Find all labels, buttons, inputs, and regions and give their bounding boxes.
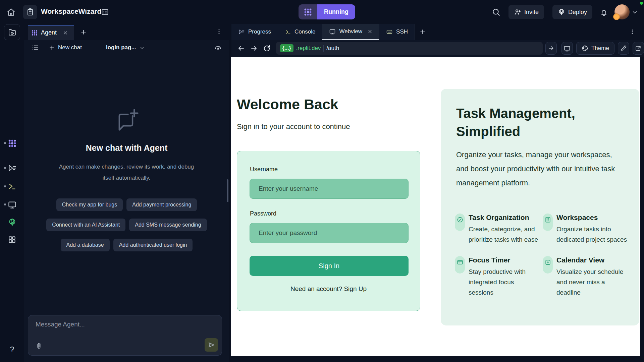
- feature-title: Calendar View: [556, 256, 628, 264]
- tab-console[interactable]: Console: [278, 24, 322, 40]
- feature-description: Stay productive with integrated focus se…: [469, 266, 540, 298]
- webview-tab-label: Webview: [339, 28, 362, 35]
- rail-all-tools-button[interactable]: [7, 235, 17, 244]
- arrow-left-icon: [237, 44, 245, 52]
- webview-content: Welcome Back Sign in to your account to …: [231, 57, 640, 356]
- pane-new-tab-button[interactable]: [415, 24, 430, 40]
- empty-state-title: New chat with Agent: [24, 143, 229, 153]
- top-bar: WorkspaceWizard Running Invite Deploy: [0, 0, 644, 24]
- console-tab-label: Console: [294, 28, 315, 35]
- settings-wrench-button[interactable]: [618, 42, 629, 55]
- url-go-button[interactable]: [545, 42, 557, 55]
- browser-back-button[interactable]: [236, 43, 246, 54]
- person-plus-icon: [514, 8, 521, 16]
- deployments-globe-icon: [8, 218, 17, 227]
- rail-console-button[interactable]: [7, 182, 17, 191]
- feature-focus-timer: Focus Timer Stay productive with integra…: [455, 256, 543, 298]
- send-icon: [208, 341, 215, 349]
- password-label: Password: [250, 210, 276, 217]
- tab-ssh[interactable]: SSH: [379, 24, 415, 40]
- sign-in-button[interactable]: Sign In: [250, 256, 409, 276]
- grid-icon: [8, 235, 16, 244]
- rail-progress-button[interactable]: [7, 163, 17, 173]
- promo-title: Task Management, Simplified: [456, 104, 575, 140]
- url-input[interactable]: {...} .replit.dev /auth: [276, 42, 543, 55]
- avatar[interactable]: [614, 4, 630, 19]
- plus-square-icon: [543, 256, 553, 274]
- chevron-down-icon: [140, 45, 145, 50]
- account-chevron-down-icon[interactable]: [632, 9, 638, 15]
- theme-button[interactable]: Theme: [576, 42, 614, 55]
- suggestion-chip[interactable]: Add a database: [61, 239, 110, 251]
- progress-tab-label: Progress: [248, 28, 271, 35]
- rail-agent-button[interactable]: [7, 138, 17, 148]
- tab-webview[interactable]: Webview: [322, 24, 379, 40]
- plus-icon: [49, 45, 55, 51]
- console-icon: [8, 182, 16, 191]
- open-in-new-tab-button[interactable]: [633, 42, 644, 55]
- rail-webview-button[interactable]: [7, 200, 17, 209]
- devtools-button[interactable]: [561, 42, 573, 55]
- agent-pane-menu-button[interactable]: [215, 27, 223, 36]
- path-text: /auth: [326, 45, 339, 52]
- webview-tab-strip: Progress Console Webview SSH: [231, 24, 644, 40]
- agent-panel-header: New chat login pag...: [24, 40, 229, 55]
- feature-workspaces: Workspaces Organize tasks into dedicated…: [543, 214, 629, 245]
- chat-selector[interactable]: login pag...: [106, 44, 145, 51]
- panel-scrollbar[interactable]: [227, 179, 228, 202]
- home-icon: [7, 8, 15, 16]
- message-input[interactable]: [36, 321, 183, 328]
- home-button[interactable]: [5, 6, 17, 18]
- tab-agent[interactable]: Agent: [28, 25, 74, 40]
- send-button[interactable]: [205, 338, 218, 352]
- monitor-icon: [8, 200, 17, 209]
- rail-divider: [6, 156, 18, 156]
- browser-forward-button[interactable]: [249, 43, 259, 54]
- console-open-dot: [4, 185, 6, 187]
- webview-tab-close-icon[interactable]: [368, 29, 372, 34]
- webview-tab-icon: [329, 28, 336, 35]
- suggestion-chip[interactable]: Check my app for bugs: [56, 198, 123, 211]
- open-file-tree-button[interactable]: [4, 24, 20, 40]
- webview-open-dot: [4, 203, 6, 205]
- feature-task-organization: Task Organization Create, categorize, an…: [455, 214, 543, 245]
- usage-meter-button[interactable]: [213, 43, 223, 53]
- pane-menu-button[interactable]: [628, 27, 637, 36]
- promo-description: Organize your tasks, manage your workspa…: [456, 148, 626, 190]
- password-field[interactable]: [250, 223, 409, 243]
- search-button[interactable]: [490, 7, 502, 17]
- arrow-right-icon: [250, 44, 258, 52]
- notifications-button[interactable]: [598, 7, 609, 18]
- suggestion-chip[interactable]: Add authenticated user login: [113, 239, 193, 251]
- agent-open-dot: [4, 142, 6, 144]
- workspace-layout-button[interactable]: [100, 7, 110, 17]
- promo-panel: Task Management, Simplified Organize you…: [441, 89, 639, 325]
- suggestion-chip[interactable]: Add SMS message sending: [129, 219, 207, 231]
- rail-deployments-button[interactable]: [7, 218, 17, 227]
- run-status-badge[interactable]: Running: [299, 4, 355, 19]
- agent-new-tab-button[interactable]: [79, 28, 88, 37]
- invite-label: Invite: [524, 9, 539, 16]
- recording-status-dot: [640, 2, 643, 5]
- login-title: Welcome Back: [237, 96, 338, 113]
- suggestion-chip[interactable]: Connect with an AI Assistant: [46, 219, 125, 231]
- feature-calendar-view: Calendar View Visualize your schedule an…: [543, 256, 629, 298]
- invite-button[interactable]: Invite: [508, 5, 544, 19]
- wrench-icon: [620, 45, 627, 52]
- palette-icon: [582, 45, 588, 52]
- app-icon-tile[interactable]: [23, 5, 37, 19]
- new-chat-button[interactable]: New chat: [49, 44, 82, 51]
- arrow-right-icon: [548, 45, 554, 52]
- help-button[interactable]: ?: [7, 345, 17, 354]
- sign-up-link[interactable]: Need an account? Sign Up: [237, 285, 420, 293]
- browser-refresh-button[interactable]: [262, 43, 272, 54]
- promo-title-line1: Task Management,: [456, 106, 575, 121]
- agent-tab-close-icon[interactable]: [63, 31, 68, 35]
- chat-history-button[interactable]: [30, 43, 40, 53]
- tab-progress[interactable]: Progress: [231, 24, 278, 40]
- deploy-button[interactable]: Deploy: [552, 5, 592, 19]
- kebab-menu-icon: [216, 28, 222, 35]
- attach-button[interactable]: [34, 341, 44, 351]
- suggestion-chip[interactable]: Add payment processing: [126, 198, 197, 211]
- username-field[interactable]: [250, 179, 409, 199]
